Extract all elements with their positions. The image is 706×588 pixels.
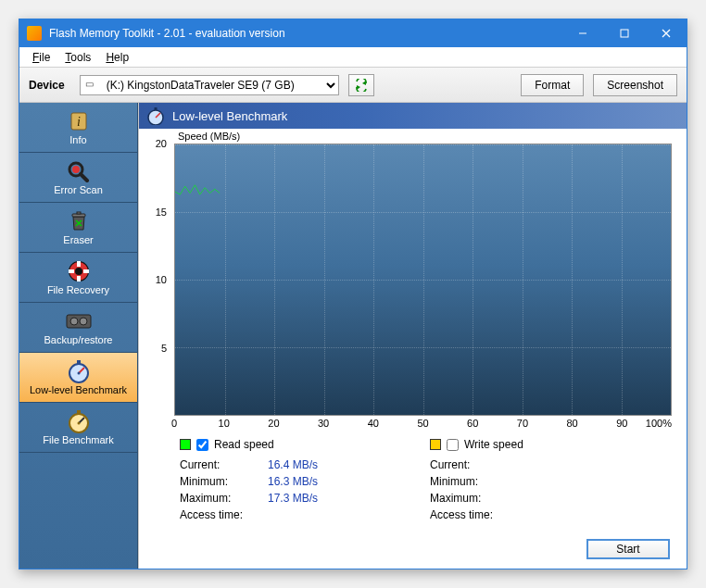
sidebar-item-label: File Recovery — [47, 284, 109, 295]
x-tick: 30 — [318, 418, 329, 429]
x-tick: 0 — [171, 418, 177, 429]
svg-point-21 — [70, 318, 78, 325]
speed-chart — [174, 144, 672, 416]
read-swatch-icon — [180, 439, 191, 450]
menubar: File Tools Help — [19, 47, 687, 68]
menu-help[interactable]: Help — [98, 49, 136, 66]
label-minimum: Minimum: — [430, 475, 518, 488]
sidebar: i Info Error Scan Eraser File — [19, 103, 138, 569]
titlebar[interactable]: Flash Memory Toolkit - 2.01 - evaluation… — [19, 19, 687, 47]
svg-rect-18 — [69, 269, 74, 273]
screenshot-button[interactable]: Screenshot — [593, 74, 677, 96]
value-read-minimum: 16.3 MB/s — [268, 475, 318, 488]
sidebar-item-label: Backup/restore — [44, 334, 113, 345]
x-tick: 100% — [646, 418, 672, 429]
sidebar-item-file-benchmark[interactable]: File Benchmark — [19, 403, 137, 453]
x-tick: 90 — [616, 418, 627, 429]
y-tick: 15 — [156, 206, 167, 218]
lifebuoy-icon — [65, 260, 93, 282]
stats-read: Current:16.4 MB/s Minimum:16.3 MB/s Maxi… — [180, 457, 393, 523]
panel-header: Low-level Benchmark — [139, 103, 687, 129]
chart-area: Speed (MB/s) 5101520 0102030405060708090… — [139, 129, 687, 434]
x-tick: 40 — [368, 418, 379, 429]
legend-write-label: Write speed — [464, 438, 523, 451]
maximize-button[interactable] — [603, 19, 645, 47]
trash-icon — [65, 210, 93, 232]
svg-point-26 — [77, 371, 80, 374]
menu-tools[interactable]: Tools — [57, 49, 98, 66]
refresh-button[interactable] — [348, 74, 374, 96]
y-tick: 5 — [161, 343, 167, 354]
value-read-maximum: 17.3 MB/s — [268, 492, 318, 505]
svg-rect-16 — [77, 261, 81, 267]
app-window: Flash Memory Toolkit - 2.01 - evaluation… — [19, 19, 687, 569]
legend-read: Read speed — [180, 438, 393, 451]
app-icon — [27, 26, 42, 41]
main-panel: Low-level Benchmark Speed (MB/s) 5101520… — [138, 103, 687, 569]
svg-rect-12 — [77, 212, 81, 214]
value-read-current: 16.4 MB/s — [268, 458, 318, 471]
sidebar-item-label: Error Scan — [54, 184, 103, 195]
label-maximum: Maximum: — [180, 492, 268, 505]
label-current: Current: — [430, 458, 518, 471]
close-icon — [662, 29, 671, 38]
magnifier-icon — [65, 160, 93, 182]
sidebar-item-low-level-benchmark[interactable]: Low-level Benchmark — [19, 353, 137, 403]
label-minimum: Minimum: — [180, 475, 268, 488]
toolbar: Device ▭ (K:) KingstonDataTraveler SE9 (… — [19, 68, 687, 103]
stats: Current:16.4 MB/s Minimum:16.3 MB/s Maxi… — [139, 455, 687, 531]
sidebar-item-error-scan[interactable]: Error Scan — [19, 153, 137, 203]
x-tick: 60 — [467, 418, 478, 429]
device-label: Device — [29, 79, 65, 92]
maximize-icon — [620, 29, 629, 38]
svg-marker-4 — [362, 81, 366, 85]
sidebar-item-info[interactable]: i Info — [19, 103, 137, 153]
label-access: Access time: — [430, 508, 518, 521]
svg-rect-24 — [77, 360, 81, 364]
sidebar-item-label: Info — [69, 134, 86, 145]
device-select[interactable]: (K:) KingstonDataTraveler SE9 (7 GB) — [80, 75, 339, 95]
sidebar-item-file-recovery[interactable]: File Recovery — [19, 253, 137, 303]
start-button[interactable]: Start — [586, 539, 670, 559]
menu-file[interactable]: File — [25, 49, 57, 66]
svg-rect-1 — [621, 30, 628, 37]
stopwatch-icon — [146, 106, 165, 125]
svg-point-15 — [75, 268, 82, 275]
x-tick: 20 — [268, 418, 279, 429]
svg-point-9 — [72, 166, 80, 173]
label-maximum: Maximum: — [430, 492, 518, 505]
label-access: Access time: — [180, 508, 268, 521]
sidebar-item-label: File Benchmark — [43, 434, 113, 445]
sidebar-item-label: Eraser — [63, 234, 93, 245]
format-button[interactable]: Format — [521, 74, 584, 96]
chart-ylabel: Speed (MB/s) — [178, 131, 240, 142]
svg-line-10 — [81, 174, 87, 181]
label-current: Current: — [180, 458, 268, 471]
svg-rect-17 — [77, 276, 81, 281]
svg-rect-28 — [77, 410, 81, 414]
y-tick: 20 — [156, 138, 167, 149]
legend-read-label: Read speed — [214, 438, 274, 451]
svg-point-22 — [80, 318, 87, 325]
write-checkbox[interactable] — [447, 439, 459, 451]
stats-write: Current: Minimum: Maximum: Access time: — [430, 457, 643, 523]
sidebar-item-eraser[interactable]: Eraser — [19, 203, 137, 253]
y-tick: 10 — [156, 274, 167, 285]
minimize-button[interactable] — [561, 19, 603, 47]
svg-rect-32 — [155, 107, 158, 110]
close-button[interactable] — [645, 19, 687, 47]
stopwatch-icon — [65, 360, 93, 382]
info-icon: i — [65, 110, 93, 132]
window-title: Flash Memory Toolkit - 2.01 - evaluation… — [49, 27, 561, 40]
read-checkbox[interactable] — [196, 439, 208, 451]
legend-write: Write speed — [430, 438, 643, 451]
stopwatch-gold-icon — [65, 410, 93, 432]
x-tick: 80 — [566, 418, 577, 429]
x-tick: 50 — [417, 418, 428, 429]
sidebar-item-backup-restore[interactable]: Backup/restore — [19, 303, 137, 353]
svg-rect-19 — [83, 269, 89, 273]
x-tick: 70 — [517, 418, 528, 429]
tape-icon — [65, 310, 93, 332]
svg-point-30 — [77, 421, 80, 424]
minimize-icon — [578, 29, 587, 38]
